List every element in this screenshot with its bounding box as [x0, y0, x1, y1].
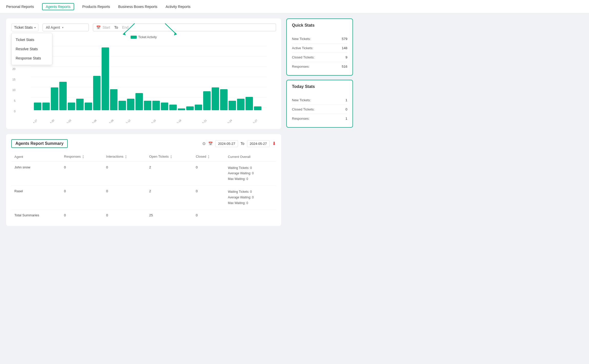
svg-rect-29	[203, 91, 211, 110]
today-stats-row: Closed Tickets:0	[292, 105, 347, 114]
summary-date-from[interactable]: 2024-05-27	[215, 140, 238, 147]
interactions-value: 0	[103, 210, 146, 221]
today-stats-label: Responses:	[292, 117, 310, 120]
svg-rect-30	[212, 87, 219, 110]
current-overall-cell: Waiting Tickets: 0 Average Waiting: 0 Ma…	[228, 165, 273, 182]
y-label-5: 5	[12, 99, 15, 102]
y-label-15: 15	[12, 78, 15, 81]
ticket-stats-dropdown[interactable]: Ticket Stats ▾	[11, 24, 38, 31]
svg-text:2024-05-12: 2024-05-12	[120, 119, 131, 123]
nav-personal-reports[interactable]: Personal Reports	[6, 4, 34, 10]
sort-arrows-responses: ▲▼	[82, 155, 84, 159]
svg-rect-10	[42, 103, 50, 110]
table-row: Total Summaries 0 0 25 0	[11, 210, 276, 221]
nav-activity-reports[interactable]: Activity Reports	[165, 4, 190, 10]
open-tickets-value: 2	[146, 186, 193, 210]
summary-controls: ⚙ 📅 2024-05-27 To 2024-05-27 ⬇	[202, 140, 276, 147]
svg-rect-11	[51, 87, 58, 110]
responses-value: 0	[61, 186, 103, 210]
quick-stats-label: Closed Tickets:	[292, 55, 315, 59]
quick-stats-row: Closed Tickets:9	[292, 53, 347, 62]
calendar-icon: 📅	[96, 25, 101, 29]
svg-rect-23	[152, 101, 160, 110]
nav-agents-reports[interactable]: Agents Reports	[42, 3, 74, 10]
settings-icon[interactable]: ⚙	[202, 141, 206, 146]
current-overall-value	[225, 210, 276, 221]
svg-rect-15	[85, 103, 92, 110]
quick-stats-title: Quick Stats	[292, 23, 347, 30]
svg-marker-1	[174, 32, 177, 35]
stats-dropdown-menu: Ticket Stats Resolve Stats Response Stat…	[11, 33, 52, 65]
dropdown-item-resolve-stats[interactable]: Resolve Stats	[12, 44, 52, 54]
quick-stats-row: Active Tickets:148	[292, 43, 347, 53]
dropdown-item-response-stats[interactable]: Response Stats	[12, 54, 52, 63]
to-label: To	[114, 25, 118, 29]
summary-date-to[interactable]: 2024-05-27	[247, 140, 270, 147]
y-label-0: 0	[12, 110, 15, 113]
col-interactions[interactable]: Interactions ▲▼	[103, 152, 146, 161]
quick-stats-label: New Tickets:	[292, 37, 311, 41]
legend-color-box	[131, 36, 137, 39]
date-range-input[interactable]: 📅 Start To End	[93, 24, 276, 31]
open-tickets-value: 25	[146, 210, 193, 221]
summary-to-label: To	[241, 141, 244, 146]
svg-rect-13	[68, 103, 75, 110]
interactions-value: 0	[103, 186, 146, 210]
today-stats-value: 1	[346, 117, 347, 120]
main-container: Ticket Stats ▾ All Agent ▾ 📅 Start To En…	[0, 13, 359, 231]
ticket-stats-label: Ticket Stats	[14, 25, 33, 29]
today-stats-rows: New Tickets:1Closed Tickets:0Responses:1	[292, 96, 347, 123]
chart-svg: 2024-04-272024-04-302024-05-032024-05-06…	[22, 41, 276, 123]
current-overall-cell: Waiting Tickets: 0 Average Waiting: 0 Ma…	[228, 189, 273, 206]
quick-stats-label: Responses:	[292, 65, 310, 68]
interactions-value: 0	[103, 161, 146, 186]
col-open-tickets[interactable]: Open Tickets ▲▼	[146, 152, 193, 161]
agent-name: Total Summaries	[11, 210, 61, 221]
end-date-placeholder: End	[122, 25, 129, 29]
svg-rect-28	[195, 105, 202, 110]
summary-section: Agents Report Summary ⚙ 📅 2024-05-27 To …	[6, 134, 281, 226]
quick-stats-value: 9	[346, 55, 347, 59]
quick-stats-value: 516	[342, 65, 347, 68]
closed-value: 0	[193, 210, 225, 221]
summary-calendar-icon[interactable]: 📅	[208, 141, 213, 146]
agent-name: John snow	[11, 161, 61, 186]
agent-select[interactable]: All Agent ▾	[43, 24, 89, 31]
svg-rect-16	[93, 76, 101, 110]
today-stats-value: 0	[346, 107, 347, 111]
table-row: Rasel 0 0 2 0 Waiting Tickets: 0 Average…	[11, 186, 276, 210]
svg-rect-32	[229, 101, 236, 110]
svg-rect-20	[127, 99, 134, 110]
y-label-10: 10	[12, 88, 15, 92]
svg-rect-33	[237, 99, 244, 110]
closed-value: 0	[193, 186, 225, 210]
dropdown-item-ticket-stats[interactable]: Ticket Stats	[12, 35, 52, 44]
download-icon[interactable]: ⬇	[272, 141, 276, 146]
col-responses[interactable]: Responses ▲▼	[61, 152, 103, 161]
svg-text:2024-05-18: 2024-05-18	[171, 119, 182, 123]
sort-arrows-open: ▲▼	[170, 155, 172, 159]
svg-text:2024-05-06: 2024-05-06	[86, 119, 97, 123]
quick-stats-value: 579	[342, 37, 347, 41]
today-stats-row: Responses:1	[292, 114, 347, 123]
agent-select-value: All Agent	[46, 25, 60, 29]
svg-rect-31	[220, 89, 228, 110]
top-nav: Personal Reports Agents Reports Products…	[0, 0, 589, 13]
responses-value: 0	[61, 210, 103, 221]
col-closed[interactable]: Closed ▲▼	[193, 152, 225, 161]
today-stats-title: Today Stats	[292, 84, 347, 92]
quick-stats-value: 148	[342, 46, 347, 50]
nav-business-boxes-reports[interactable]: Business Boxes Reports	[118, 4, 158, 10]
quick-stats-row: Responses:516	[292, 62, 347, 71]
current-overall-value: Waiting Tickets: 0 Average Waiting: 0 Ma…	[225, 161, 276, 186]
svg-text:2024-05-21: 2024-05-21	[196, 119, 207, 123]
svg-text:2024-04-27: 2024-04-27	[27, 119, 38, 123]
svg-rect-24	[161, 103, 168, 110]
today-stats-label: Closed Tickets:	[292, 107, 315, 111]
nav-products-reports[interactable]: Products Reports	[82, 4, 110, 10]
chart-section: Ticket Stats ▾ All Agent ▾ 📅 Start To En…	[6, 18, 281, 129]
svg-rect-35	[254, 106, 261, 110]
start-date-placeholder: Start	[103, 25, 110, 29]
svg-text:2024-05-27: 2024-05-27	[247, 119, 258, 123]
chart-header: Ticket Stats ▾ All Agent ▾ 📅 Start To En…	[11, 24, 276, 31]
